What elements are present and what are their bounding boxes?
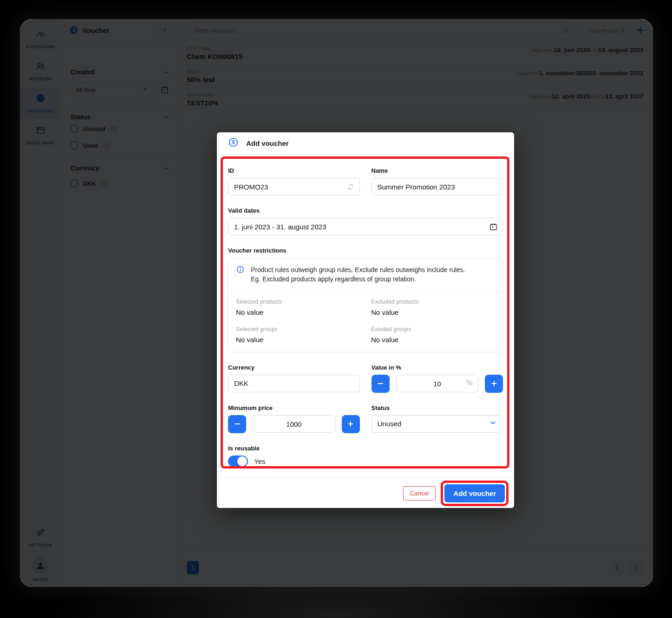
value-pct-input[interactable]	[396, 375, 479, 392]
id-field-group: ID	[228, 167, 360, 195]
increase-value-button[interactable]	[485, 375, 503, 393]
min-price-label: Minumum price	[228, 404, 360, 411]
id-label: ID	[228, 167, 360, 174]
increase-price-button[interactable]	[342, 415, 360, 433]
currency-field-group: Currency	[228, 364, 360, 393]
app-window: DASHBOARD MEMBERS $ VOUCHERS	[20, 19, 653, 587]
name-field-group: Name	[372, 167, 503, 195]
reusable-toggle[interactable]	[228, 455, 248, 467]
chevron-down-icon	[489, 419, 497, 429]
value-pct-label: Value in %	[372, 364, 503, 371]
cancel-button[interactable]: Cancel	[403, 486, 436, 501]
reusable-label: Is reusable	[228, 445, 503, 452]
add-voucher-button[interactable]: Add voucher	[444, 484, 505, 502]
reusable-field-group: Is reusable Yes	[228, 445, 503, 467]
cell-value: No value	[371, 308, 495, 316]
restrictions-box: Product rules outweigh group rules. Excl…	[228, 258, 503, 352]
toggle-knob	[237, 456, 247, 466]
currency-input[interactable]	[228, 375, 360, 392]
modal-body: ID Name	[217, 155, 514, 478]
modal-header: $ Add voucher	[217, 132, 514, 155]
cell-value: No value	[236, 336, 360, 344]
id-input[interactable]	[228, 178, 360, 195]
submit-highlight-annotation: Add voucher	[441, 481, 509, 506]
decrease-price-button[interactable]	[228, 415, 246, 433]
info-icon	[236, 265, 245, 284]
status-label: Status	[372, 404, 503, 411]
modal-footer: Cancel Add voucher	[217, 478, 514, 508]
restrictions-cells: Selected products No value Excluded prod…	[228, 292, 502, 352]
status-select[interactable]: Unused	[372, 415, 503, 433]
cell-label: Exluded groups	[371, 326, 495, 332]
selected-groups-cell: Selected groups No value	[236, 326, 360, 344]
voucher-restrictions-label: Voucher restrictions	[228, 247, 503, 254]
voucher-seal-icon: $	[228, 137, 239, 150]
decrease-value-button[interactable]	[372, 375, 390, 393]
cell-label: Excluded products	[371, 299, 495, 305]
cell-value: No value	[236, 308, 360, 316]
voucher-restrictions-group: Voucher restrictions Product rules outwe…	[228, 247, 503, 352]
excluded-groups-cell: Exluded groups No value	[371, 326, 495, 344]
modal-title: Add voucher	[246, 139, 289, 147]
restrictions-info-text: Product rules outweigh group rules. Excl…	[251, 265, 465, 284]
cell-label: Selected products	[236, 299, 360, 305]
status-value: Unused	[378, 420, 489, 428]
status-field-group: Status Unused	[372, 404, 503, 433]
name-input[interactable]	[372, 178, 503, 195]
currency-label: Currency	[228, 364, 360, 371]
value-pct-field-group: Value in % %	[372, 364, 503, 393]
valid-dates-label: Valid dates	[228, 207, 503, 214]
valid-dates-input[interactable]	[228, 218, 503, 235]
valid-dates-field-group: Valid dates	[228, 207, 503, 235]
cell-value: No value	[371, 336, 495, 344]
selected-products-cell: Selected products No value	[236, 299, 360, 316]
min-price-field-group: Minumum price	[228, 404, 360, 433]
add-voucher-modal: $ Add voucher ID	[217, 132, 514, 508]
restrictions-info-row: Product rules outweigh group rules. Excl…	[228, 258, 502, 292]
reusable-value: Yes	[254, 457, 265, 465]
name-label: Name	[372, 167, 503, 174]
svg-text:$: $	[232, 139, 235, 145]
screenshot-stage: DASHBOARD MEMBERS $ VOUCHERS	[0, 0, 672, 618]
cell-label: Selected groups	[236, 326, 360, 332]
excluded-products-cell: Excluded products No value	[371, 299, 495, 316]
min-price-input[interactable]	[253, 415, 335, 433]
